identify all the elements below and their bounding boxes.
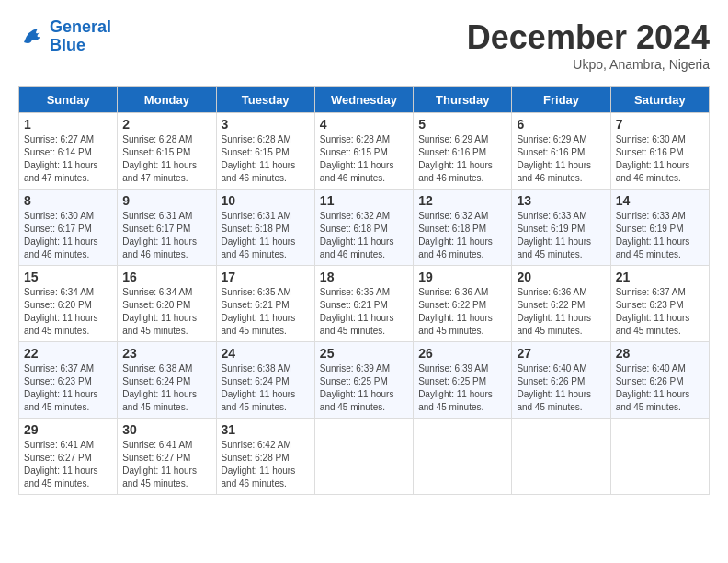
calendar-day-cell: 16 Sunrise: 6:34 AM Sunset: 6:20 PM Dayl…	[118, 266, 216, 342]
calendar-day-cell	[414, 419, 512, 495]
calendar-day-cell: 1 Sunrise: 6:27 AM Sunset: 6:14 PM Dayli…	[19, 113, 118, 190]
day-info: Sunrise: 6:29 AM Sunset: 6:16 PM Dayligh…	[517, 133, 605, 185]
day-info: Sunrise: 6:31 AM Sunset: 6:18 PM Dayligh…	[222, 210, 310, 261]
day-number: 7	[616, 117, 704, 132]
calendar-day-cell: 12 Sunrise: 6:32 AM Sunset: 6:18 PM Dayl…	[414, 190, 512, 266]
day-number: 18	[320, 270, 408, 284]
calendar-day-cell	[610, 419, 709, 495]
logo-text: General Blue	[50, 18, 111, 55]
calendar-body: 1 Sunrise: 6:27 AM Sunset: 6:14 PM Dayli…	[19, 113, 710, 495]
calendar-day-cell: 17 Sunrise: 6:35 AM Sunset: 6:21 PM Dayl…	[216, 266, 314, 342]
logo: General Blue	[18, 18, 111, 55]
day-number: 31	[222, 422, 310, 437]
calendar-day-cell: 22 Sunrise: 6:37 AM Sunset: 6:23 PM Dayl…	[19, 342, 118, 419]
calendar-day-cell: 15 Sunrise: 6:34 AM Sunset: 6:20 PM Dayl…	[19, 266, 118, 342]
day-number: 10	[222, 193, 310, 208]
day-number: 4	[320, 117, 408, 132]
day-info: Sunrise: 6:39 AM Sunset: 6:25 PM Dayligh…	[418, 362, 506, 414]
calendar-day-cell: 23 Sunrise: 6:38 AM Sunset: 6:24 PM Dayl…	[118, 342, 216, 419]
calendar-day-cell: 18 Sunrise: 6:35 AM Sunset: 6:21 PM Dayl…	[314, 266, 413, 342]
day-info: Sunrise: 6:29 AM Sunset: 6:16 PM Dayligh…	[418, 133, 506, 185]
day-number: 13	[517, 193, 605, 208]
day-info: Sunrise: 6:27 AM Sunset: 6:14 PM Dayligh…	[24, 133, 112, 185]
calendar-day-cell: 6 Sunrise: 6:29 AM Sunset: 6:16 PM Dayli…	[512, 113, 610, 190]
day-info: Sunrise: 6:41 AM Sunset: 6:27 PM Dayligh…	[122, 439, 210, 490]
day-info: Sunrise: 6:38 AM Sunset: 6:24 PM Dayligh…	[122, 362, 210, 414]
day-number: 5	[418, 117, 506, 132]
calendar-day-cell: 7 Sunrise: 6:30 AM Sunset: 6:16 PM Dayli…	[610, 113, 709, 190]
day-number: 11	[320, 193, 408, 208]
day-number: 19	[418, 270, 506, 284]
day-info: Sunrise: 6:33 AM Sunset: 6:19 PM Dayligh…	[517, 210, 605, 261]
day-number: 25	[320, 346, 408, 361]
weekday-header: Saturday	[610, 87, 709, 113]
day-info: Sunrise: 6:28 AM Sunset: 6:15 PM Dayligh…	[222, 133, 310, 185]
weekday-row: SundayMondayTuesdayWednesdayThursdayFrid…	[19, 87, 710, 113]
day-info: Sunrise: 6:36 AM Sunset: 6:22 PM Dayligh…	[418, 286, 506, 338]
calendar-day-cell: 11 Sunrise: 6:32 AM Sunset: 6:18 PM Dayl…	[314, 190, 413, 266]
day-info: Sunrise: 6:28 AM Sunset: 6:15 PM Dayligh…	[320, 133, 408, 185]
calendar-week-row: 15 Sunrise: 6:34 AM Sunset: 6:20 PM Dayl…	[19, 266, 710, 342]
day-number: 29	[24, 422, 112, 437]
calendar-day-cell: 14 Sunrise: 6:33 AM Sunset: 6:19 PM Dayl…	[610, 190, 709, 266]
subtitle: Ukpo, Anambra, Nigeria	[467, 57, 710, 72]
day-number: 30	[122, 422, 210, 437]
day-info: Sunrise: 6:35 AM Sunset: 6:21 PM Dayligh…	[320, 286, 408, 338]
day-info: Sunrise: 6:38 AM Sunset: 6:24 PM Dayligh…	[222, 362, 310, 414]
day-number: 17	[222, 270, 310, 284]
day-number: 3	[222, 117, 310, 132]
day-info: Sunrise: 6:34 AM Sunset: 6:20 PM Dayligh…	[122, 286, 210, 338]
day-number: 26	[418, 346, 506, 361]
calendar-week-row: 29 Sunrise: 6:41 AM Sunset: 6:27 PM Dayl…	[19, 419, 710, 495]
calendar-table: SundayMondayTuesdayWednesdayThursdayFrid…	[18, 86, 710, 495]
calendar-day-cell: 30 Sunrise: 6:41 AM Sunset: 6:27 PM Dayl…	[118, 419, 216, 495]
calendar-day-cell: 26 Sunrise: 6:39 AM Sunset: 6:25 PM Dayl…	[414, 342, 512, 419]
weekday-header: Tuesday	[216, 87, 314, 113]
weekday-header: Friday	[512, 87, 610, 113]
calendar-day-cell: 19 Sunrise: 6:36 AM Sunset: 6:22 PM Dayl…	[414, 266, 512, 342]
day-info: Sunrise: 6:30 AM Sunset: 6:16 PM Dayligh…	[616, 133, 704, 185]
calendar-day-cell: 31 Sunrise: 6:42 AM Sunset: 6:28 PM Dayl…	[216, 419, 314, 495]
day-number: 20	[517, 270, 605, 284]
calendar-day-cell: 8 Sunrise: 6:30 AM Sunset: 6:17 PM Dayli…	[19, 190, 118, 266]
day-info: Sunrise: 6:32 AM Sunset: 6:18 PM Dayligh…	[320, 210, 408, 261]
calendar-day-cell: 9 Sunrise: 6:31 AM Sunset: 6:17 PM Dayli…	[118, 190, 216, 266]
day-info: Sunrise: 6:40 AM Sunset: 6:26 PM Dayligh…	[616, 362, 704, 414]
day-number: 1	[24, 117, 112, 132]
calendar-day-cell	[512, 419, 610, 495]
day-number: 16	[122, 270, 210, 284]
day-number: 28	[616, 346, 704, 361]
title-block: December 2024 Ukpo, Anambra, Nigeria	[467, 18, 710, 72]
calendar-day-cell: 28 Sunrise: 6:40 AM Sunset: 6:26 PM Dayl…	[610, 342, 709, 419]
day-number: 23	[122, 346, 210, 361]
logo-icon	[18, 23, 46, 51]
weekday-header: Thursday	[414, 87, 512, 113]
day-info: Sunrise: 6:40 AM Sunset: 6:26 PM Dayligh…	[517, 362, 605, 414]
day-info: Sunrise: 6:33 AM Sunset: 6:19 PM Dayligh…	[616, 210, 704, 261]
calendar-week-row: 1 Sunrise: 6:27 AM Sunset: 6:14 PM Dayli…	[19, 113, 710, 190]
day-info: Sunrise: 6:39 AM Sunset: 6:25 PM Dayligh…	[320, 362, 408, 414]
day-info: Sunrise: 6:41 AM Sunset: 6:27 PM Dayligh…	[24, 439, 112, 490]
day-number: 15	[24, 270, 112, 284]
calendar-day-cell	[314, 419, 413, 495]
day-info: Sunrise: 6:37 AM Sunset: 6:23 PM Dayligh…	[616, 286, 704, 338]
calendar-day-cell: 24 Sunrise: 6:38 AM Sunset: 6:24 PM Dayl…	[216, 342, 314, 419]
day-number: 12	[418, 193, 506, 208]
day-info: Sunrise: 6:30 AM Sunset: 6:17 PM Dayligh…	[24, 210, 112, 261]
day-number: 14	[616, 193, 704, 208]
calendar-day-cell: 20 Sunrise: 6:36 AM Sunset: 6:22 PM Dayl…	[512, 266, 610, 342]
calendar-week-row: 22 Sunrise: 6:37 AM Sunset: 6:23 PM Dayl…	[19, 342, 710, 419]
calendar-day-cell: 2 Sunrise: 6:28 AM Sunset: 6:15 PM Dayli…	[118, 113, 216, 190]
day-info: Sunrise: 6:31 AM Sunset: 6:17 PM Dayligh…	[122, 210, 210, 261]
page-header: General Blue December 2024 Ukpo, Anambra…	[18, 18, 710, 72]
day-number: 22	[24, 346, 112, 361]
day-info: Sunrise: 6:34 AM Sunset: 6:20 PM Dayligh…	[24, 286, 112, 338]
calendar-day-cell: 13 Sunrise: 6:33 AM Sunset: 6:19 PM Dayl…	[512, 190, 610, 266]
calendar-week-row: 8 Sunrise: 6:30 AM Sunset: 6:17 PM Dayli…	[19, 190, 710, 266]
day-number: 6	[517, 117, 605, 132]
weekday-header: Monday	[118, 87, 216, 113]
day-info: Sunrise: 6:32 AM Sunset: 6:18 PM Dayligh…	[418, 210, 506, 261]
day-info: Sunrise: 6:35 AM Sunset: 6:21 PM Dayligh…	[222, 286, 310, 338]
calendar-day-cell: 25 Sunrise: 6:39 AM Sunset: 6:25 PM Dayl…	[314, 342, 413, 419]
calendar-day-cell: 5 Sunrise: 6:29 AM Sunset: 6:16 PM Dayli…	[414, 113, 512, 190]
